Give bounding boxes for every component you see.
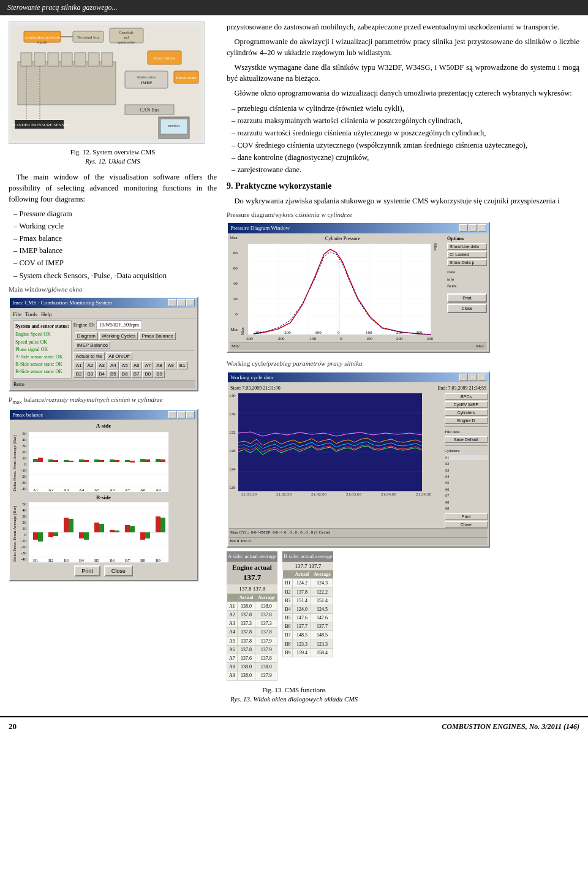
menu-help[interactable]: Help	[41, 311, 52, 319]
wc-ctrl-btns: _ □ ×	[459, 374, 486, 381]
menu-file[interactable]: File	[13, 311, 21, 319]
wc-print-btn[interactable]: Print	[445, 513, 488, 520]
cyl-b6[interactable]: B6	[119, 370, 130, 378]
wc-close-btn-btn[interactable]: Close	[445, 521, 488, 528]
figure-svg: combustion pressure signals Terminal box…	[12, 25, 202, 140]
cyl-a9[interactable]: A9	[165, 361, 176, 369]
pmax-print-btn[interactable]: Print	[74, 565, 100, 576]
cyl-b7[interactable]: B7	[131, 370, 142, 378]
cyl-b1[interactable]: B1	[177, 361, 188, 369]
cyl-b4[interactable]: B4	[96, 370, 107, 378]
svg-text:signals: signals	[37, 40, 48, 44]
cylinders-btn[interactable]: Cylinders	[445, 409, 488, 416]
pressure-max-btn[interactable]: □	[469, 224, 477, 232]
page-header: Sterowanie pracą silnika gazowego...	[0, 0, 588, 15]
svg-rect-88	[140, 532, 145, 540]
cyl-a6[interactable]: A6	[131, 361, 142, 369]
table-row: A2137.8137.8	[227, 611, 277, 619]
svg-text:-100: -100	[314, 330, 322, 335]
main-window-screenshot: Imec CMS - Combustion Monitoring System …	[9, 296, 198, 391]
cyl-b8[interactable]: B8	[142, 370, 153, 378]
cyl-b3[interactable]: B3	[85, 370, 96, 378]
menu-tools[interactable]: Tools	[25, 311, 37, 319]
imep-balance-btn[interactable]: IMEP Balance	[75, 341, 111, 349]
all-on-off-btn[interactable]: All On/Off	[106, 352, 132, 360]
pressure-body: Max806040200Min Cylinder Pressure Max	[228, 233, 489, 352]
diagram-list: Pressure diagram Working cycle Pmax bala…	[9, 208, 217, 281]
wc-max-btn[interactable]: □	[469, 374, 477, 381]
avg-val: 148.5	[311, 631, 333, 640]
save-default-btn[interactable]: Save Default	[445, 436, 488, 443]
cyl-id: A7	[227, 654, 238, 663]
actual-to-file-btn[interactable]: Actual to file	[74, 352, 105, 360]
show-data-btn[interactable]: Show-Data p	[447, 259, 487, 266]
cylev-btn[interactable]: Cyl/EV IMEP	[445, 401, 488, 408]
diagram-btn[interactable]: Diagram	[75, 332, 98, 340]
actual-val: 137.6	[237, 654, 255, 663]
cyl-id: A3	[227, 619, 238, 628]
wc-min-btn[interactable]: _	[459, 374, 468, 381]
pressure-caption: Pressure diagram/wykres ciśnienia w cyli…	[227, 210, 579, 219]
cyl-id: B7	[283, 631, 293, 640]
pressure-close-btn[interactable]: ×	[478, 224, 486, 232]
pmax-min-btn[interactable]: _	[168, 411, 176, 418]
data-info: Data info fields	[447, 270, 487, 290]
pmax-max-btn[interactable]: □	[177, 411, 186, 418]
cyl-b2[interactable]: B2	[74, 370, 85, 378]
wc-bottom-bar: Ha: 0 Ins: 0	[229, 537, 488, 545]
pmax-body: A-side Delta Press. From Average [Bar] 5…	[10, 420, 197, 580]
right-list-6: zarejestrowane dane.	[232, 164, 579, 175]
svg-rect-76	[48, 532, 53, 537]
actual-val: 159.4	[293, 648, 311, 657]
a-side-row: Delta Press. From Average [Bar] 50403020…	[11, 431, 196, 493]
b-side-row: Delta Press. From Average [Bar] 50403020…	[11, 502, 196, 563]
engine-d-btn[interactable]: Engine D	[445, 417, 488, 424]
show-live-btn[interactable]: Show/Live data	[447, 243, 487, 250]
cyl-b9[interactable]: B9	[154, 370, 165, 378]
close-btn-main[interactable]: ×	[186, 299, 195, 306]
avg-val: 124.5	[311, 605, 333, 613]
main-menubar: File Tools Help	[12, 310, 195, 320]
table-row: B5147.6147.6	[283, 614, 333, 622]
cyl-a5[interactable]: A5	[119, 361, 130, 369]
pressure-close-btn-btn[interactable]: Close	[447, 304, 487, 313]
cyl-a1[interactable]: A1	[74, 361, 85, 369]
cyl-a3[interactable]: A3	[96, 361, 107, 369]
pressure-chart-row: Max806040200Min Cylinder Pressure Max	[230, 235, 445, 335]
actual-val: 123.3	[293, 640, 311, 648]
wc-close-btn[interactable]: ×	[478, 374, 486, 381]
svg-text:combustion pressure: combustion pressure	[24, 35, 60, 40]
bpcs-btn[interactable]: BPCs	[445, 393, 488, 400]
cyl-a2[interactable]: A2	[85, 361, 96, 369]
pmax-data-tables: A side: actual average Engine actual 137…	[227, 551, 579, 681]
a-side-table: Actual Average A1138.0138.0A2137.8137.8A…	[227, 594, 277, 681]
pmax-close-btn[interactable]: ×	[186, 411, 195, 418]
cyl-a4[interactable]: A4	[108, 361, 119, 369]
svg-rect-91	[160, 518, 165, 532]
actual-val: 137.8	[237, 636, 255, 645]
cyl-a7[interactable]: A7	[142, 361, 153, 369]
wc-body: Start: 7.03.2009 21:31:00 End: 7.03.2009…	[228, 382, 489, 546]
svg-text:0: 0	[337, 330, 340, 335]
engine-actual-display: Engine actual 137.7	[227, 562, 277, 585]
pmax-close-btn-btn[interactable]: Close	[104, 565, 133, 576]
table-row: A8138.0138.0	[227, 663, 277, 671]
svg-text:Mains status: Mains status	[137, 75, 156, 79]
right-list-4: COV średniego ciśnienia użytecznego (wsp…	[232, 140, 579, 151]
b-side-table: Actual Average B1124.2124.3B2137.8122.2B…	[282, 570, 333, 657]
maximize-btn[interactable]: □	[177, 299, 186, 306]
cr-locked-btn[interactable]: Cr Locked	[447, 251, 487, 258]
file-data-label: File data	[445, 429, 488, 436]
actual-val: 147.6	[293, 614, 311, 622]
minimize-btn[interactable]: _	[168, 299, 176, 306]
cyl-b5[interactable]: B5	[108, 370, 119, 378]
wc-x-axis-labels: 21:01:3021:02:5021:42:0021:03:0321:04:00…	[229, 491, 443, 499]
pressure-print-btn[interactable]: Print	[447, 293, 487, 303]
pmax-balance-btn[interactable]: Pmax Balance	[139, 332, 176, 340]
pressure-min-btn[interactable]: _	[459, 224, 468, 232]
svg-rect-44	[53, 460, 58, 462]
pressure-titlebar: Pressure Diagram Window _ □ ×	[228, 223, 489, 233]
cyl-a8[interactable]: A8	[154, 361, 165, 369]
pressure-diagram-screenshot: Pressure Diagram Window _ □ ×	[227, 222, 490, 353]
working-cycles-btn[interactable]: Working Cycles	[99, 332, 138, 340]
